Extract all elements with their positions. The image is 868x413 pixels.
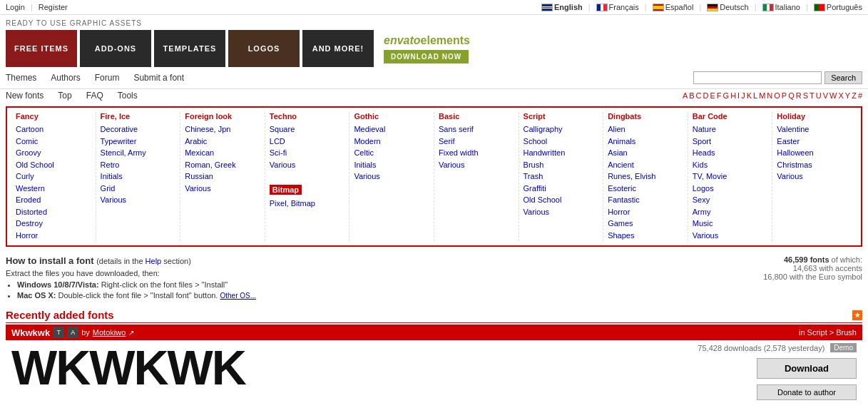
cat-script-old-school[interactable]: Old School xyxy=(524,194,599,206)
alpha-X[interactable]: X xyxy=(838,91,843,100)
donate-button[interactable]: Donate to author xyxy=(757,384,857,400)
cat-typewriter[interactable]: Typewriter xyxy=(101,136,176,148)
cat-army[interactable]: Army xyxy=(693,206,768,218)
alpha-C[interactable]: C xyxy=(696,91,702,100)
cat-russian[interactable]: Russian xyxy=(185,170,260,183)
rss-icon[interactable]: ★ xyxy=(852,310,862,320)
cat-comic[interactable]: Comic xyxy=(16,136,91,148)
lang-portuguese[interactable]: Português xyxy=(814,3,862,11)
cat-ancient[interactable]: Ancient xyxy=(608,159,683,171)
alpha-J[interactable]: J xyxy=(741,91,745,100)
cat-stencil[interactable]: Stencil, Army xyxy=(101,147,176,159)
nav-themes[interactable]: Themes xyxy=(6,73,36,83)
cat-retro[interactable]: Retro xyxy=(101,159,176,171)
cat-valentine[interactable]: Valentine xyxy=(777,123,852,136)
alpha-L[interactable]: L xyxy=(753,91,757,100)
alpha-G[interactable]: G xyxy=(723,91,730,100)
alpha-T[interactable]: T xyxy=(810,91,815,100)
cat-gothic-various[interactable]: Various xyxy=(354,170,429,183)
cat-grid[interactable]: Grid xyxy=(101,183,176,195)
nav-submit[interactable]: Submit a font xyxy=(133,73,184,83)
cat-fantastic[interactable]: Fantastic xyxy=(608,194,683,206)
more-button[interactable]: AND MORE! xyxy=(302,30,374,67)
alpha-W[interactable]: W xyxy=(829,91,837,100)
alpha-Y[interactable]: Y xyxy=(845,91,850,100)
cat-pixel[interactable]: Pixel, Bitmap xyxy=(270,198,345,210)
cat-logos[interactable]: Logos xyxy=(693,183,768,195)
cat-decorative[interactable]: Decorative xyxy=(101,123,176,136)
cat-basic-various[interactable]: Various xyxy=(439,159,514,171)
cat-school[interactable]: School xyxy=(524,136,599,148)
cat-alien[interactable]: Alien xyxy=(608,123,683,136)
alpha-A[interactable]: A xyxy=(683,91,688,100)
addons-button[interactable]: ADD-ONS xyxy=(80,30,151,67)
register-link[interactable]: Register xyxy=(39,3,68,11)
other-os-link[interactable]: Other OS... xyxy=(220,292,256,300)
cat-roman[interactable]: Roman, Greek xyxy=(185,159,260,171)
cat-lcd[interactable]: LCD xyxy=(270,136,345,148)
login-link[interactable]: Login xyxy=(6,3,25,11)
cat-modern[interactable]: Modern xyxy=(354,136,429,148)
alpha-O[interactable]: O xyxy=(774,91,780,100)
alpha-R[interactable]: R xyxy=(796,91,802,100)
cat-gothic-initials[interactable]: Initials xyxy=(354,159,429,171)
cat-tv-movie[interactable]: TV, Movie xyxy=(693,170,768,183)
lang-german[interactable]: Deutsch xyxy=(707,3,748,11)
cat-groovy[interactable]: Groovy xyxy=(16,147,91,159)
cat-calligraphy[interactable]: Calligraphy xyxy=(524,123,599,136)
templates-button[interactable]: TEMPLATES xyxy=(154,30,225,67)
alpha-V[interactable]: V xyxy=(823,91,828,100)
cat-trash[interactable]: Trash xyxy=(524,170,599,183)
cat-cartoon[interactable]: Cartoon xyxy=(16,123,91,136)
alpha-Q[interactable]: Q xyxy=(788,91,795,100)
alpha-D[interactable]: D xyxy=(703,91,709,100)
alpha-I[interactable]: I xyxy=(737,91,740,100)
cat-scifi[interactable]: Sci-fi xyxy=(270,147,345,159)
cat-horror[interactable]: Horror xyxy=(16,230,91,242)
envato-download-button[interactable]: DOWNLOAD NOW xyxy=(384,50,469,63)
cat-medieval[interactable]: Medieval xyxy=(354,123,429,136)
nav-authors[interactable]: Authors xyxy=(51,73,80,83)
cat-foreign-various[interactable]: Various xyxy=(185,183,260,195)
cat-destroy[interactable]: Destroy xyxy=(16,218,91,230)
alpha-S[interactable]: S xyxy=(803,91,808,100)
cat-kids[interactable]: Kids xyxy=(693,159,768,171)
cat-sexy[interactable]: Sexy xyxy=(693,194,768,206)
lang-french[interactable]: Français xyxy=(596,3,639,11)
cat-games[interactable]: Games xyxy=(608,218,683,230)
free-items-button[interactable]: FREE ITEMS xyxy=(6,30,77,67)
cat-celtic[interactable]: Celtic xyxy=(354,147,429,159)
alpha-N[interactable]: N xyxy=(767,91,772,100)
cat-curly[interactable]: Curly xyxy=(16,170,91,183)
cat-chinese[interactable]: Chinese, Jpn xyxy=(185,123,260,136)
cat-heads[interactable]: Heads xyxy=(693,147,768,159)
cat-horror-ding[interactable]: Horror xyxy=(608,206,683,218)
cat-asian[interactable]: Asian xyxy=(608,147,683,159)
cat-mexican[interactable]: Mexican xyxy=(185,147,260,159)
cat-barcode-various[interactable]: Various xyxy=(693,230,768,242)
alpha-B[interactable]: B xyxy=(689,91,694,100)
font-author-link[interactable]: Motokiwo xyxy=(93,328,126,337)
cat-holiday-various[interactable]: Various xyxy=(777,170,852,183)
download-button[interactable]: Download xyxy=(757,358,857,379)
cat-easter[interactable]: Easter xyxy=(777,136,852,148)
cat-graffiti[interactable]: Graffiti xyxy=(524,183,599,195)
nav-forum[interactable]: Forum xyxy=(95,73,120,83)
cat-brush[interactable]: Brush xyxy=(524,159,599,171)
cat-halloween[interactable]: Halloween xyxy=(777,147,852,159)
cat-old-school[interactable]: Old School xyxy=(16,159,91,171)
cat-runes[interactable]: Runes, Elvish xyxy=(608,170,683,183)
logos-button[interactable]: LOGOS xyxy=(228,30,300,67)
cat-eroded[interactable]: Eroded xyxy=(16,194,91,206)
cat-sans-serif[interactable]: Sans serif xyxy=(439,123,514,136)
lang-spanish[interactable]: Español xyxy=(653,3,694,11)
cat-initials[interactable]: Initials xyxy=(101,170,176,183)
cat-fixed-width[interactable]: Fixed width xyxy=(439,147,514,159)
cat-handwritten[interactable]: Handwritten xyxy=(524,147,599,159)
cat-fire-various[interactable]: Various xyxy=(101,194,176,206)
nav-new-fonts[interactable]: New fonts xyxy=(6,91,44,101)
cat-square[interactable]: Square xyxy=(270,123,345,136)
cat-nature[interactable]: Nature xyxy=(693,123,768,136)
cat-techno-various[interactable]: Various xyxy=(270,159,345,171)
search-button[interactable]: Search xyxy=(824,71,862,84)
